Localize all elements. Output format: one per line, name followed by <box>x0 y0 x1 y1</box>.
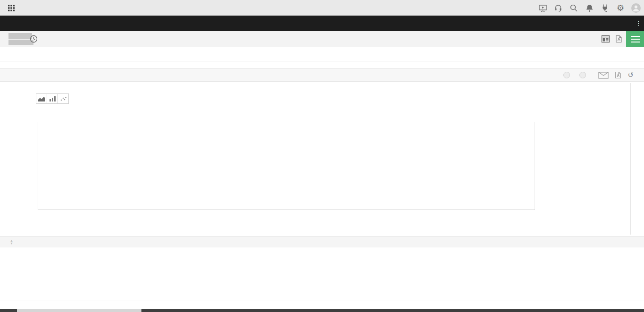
y-axis-tick-labels <box>13 122 36 210</box>
avatar[interactable] <box>631 3 641 13</box>
pdf-icon[interactable] <box>615 71 621 79</box>
table-header: ▲▼ <box>0 236 644 247</box>
search-icon[interactable] <box>569 3 578 13</box>
redaction-block <box>8 33 32 39</box>
bell-icon[interactable] <box>585 3 594 13</box>
view-tabs <box>0 47 644 61</box>
scrollbar-thumb[interactable] <box>17 309 141 312</box>
area-chart-type-button[interactable] <box>36 93 47 104</box>
report-view-icon[interactable] <box>601 35 610 43</box>
sort-icon[interactable]: ▲▼ <box>10 239 13 245</box>
bar-chart-type-button[interactable] <box>47 93 58 104</box>
graph-types-row <box>30 93 69 104</box>
gear-icon[interactable]: ⚙ <box>616 3 625 13</box>
column-interface-name[interactable]: ▲▼ <box>8 238 13 245</box>
table-bottom-border <box>0 301 644 301</box>
apps-grid-icon[interactable] <box>8 5 15 11</box>
graph-type-buttons <box>36 93 69 104</box>
out-radio[interactable] <box>579 72 586 78</box>
presentation-icon[interactable] <box>538 3 547 13</box>
pdf-export-icon[interactable] <box>615 35 622 43</box>
main-nav: ⋮ <box>0 16 644 31</box>
sub-header <box>0 31 644 47</box>
clock-icon[interactable] <box>30 35 38 43</box>
headset-icon[interactable] <box>553 3 563 13</box>
email-icon[interactable] <box>598 72 609 79</box>
x-axis-tick-labels <box>38 211 535 218</box>
horizontal-scrollbar[interactable] <box>0 309 644 312</box>
in-radio[interactable] <box>563 72 570 78</box>
toolbar-right: ↺ <box>563 71 634 79</box>
top-bar: ⚙ <box>0 0 644 16</box>
widget-menu-button[interactable] <box>626 31 644 47</box>
widget-divider <box>630 83 631 235</box>
scatter-chart-type-button[interactable] <box>58 93 69 104</box>
plug-icon[interactable] <box>600 3 610 13</box>
chart-plot-area[interactable] <box>38 122 535 210</box>
refresh-icon[interactable]: ↺ <box>627 71 634 79</box>
metric-toolbar: ↺ <box>0 68 644 82</box>
kebab-menu-icon[interactable]: ⋮ <box>636 16 642 31</box>
topbar-actions: ⚙ <box>538 3 641 13</box>
